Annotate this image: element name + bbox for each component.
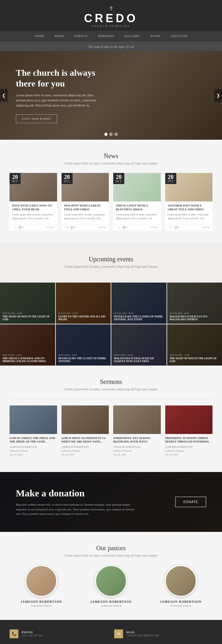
event-card[interactable]: OCT 25, 2015 10:30 MALESUADA TI ERAS LUC… [167, 283, 222, 324]
sermon-title: GOD IS MOST GLORIFIED IN US WHEN WE ARE … [62, 437, 109, 444]
event-title: THE SIGHT OF MAN IN THE LIGHT OF GOD [170, 357, 220, 363]
hero-cta-button[interactable]: VISIT OUR EVENT [16, 114, 57, 123]
pastors-title: Our pastors [10, 545, 212, 552]
hero-title: The church is always there for you [16, 67, 98, 89]
news-stats: ♡ 8 💬 0 [64, 226, 76, 229]
news-day: 20 [116, 174, 122, 180]
event-card[interactable]: OCT 25, 2015 10:30 THE SIGHT OF MAN IN T… [0, 283, 55, 324]
event-card[interactable]: NOV 9, 2015 12:30 MALESUADA TI ERAS ALIQ… [111, 324, 166, 366]
news-next-arrow[interactable]: › [215, 199, 216, 204]
event-card[interactable]: OCT 25, 2015 10:30 GLORY TO THE SAIVIOR … [56, 283, 111, 324]
sermon-date: Oct 20, 2015 [62, 453, 109, 457]
event-datetime: OCT 25, 2015 10:30 [170, 312, 220, 315]
pastor-church: Lutherson Church [10, 604, 73, 607]
news-view-link[interactable]: VIEW [98, 226, 106, 229]
sermon-image [62, 405, 109, 434]
footer-contact: 📞 PHONE (222) 345 787 654 [10, 629, 108, 638]
tagline-bar: The sight of Man in the light of God [0, 41, 222, 51]
news-month: OCT [12, 180, 18, 183]
footer-mail: ✉ MAIL CONTACT@CREDO.COM [114, 629, 212, 638]
news-stats: ♡ 3 💬 0 [12, 226, 24, 229]
pastor-avatar [95, 565, 127, 597]
sermon-date: Oct 20, 2015 [165, 453, 213, 457]
news-month: OCT [64, 180, 70, 183]
news-stats: ♡ 0 💬 0 [168, 226, 180, 229]
news-likes: ♡ 8 [64, 226, 68, 229]
sermon-church: Lutherson Church [62, 449, 109, 453]
hero-dot-3[interactable] [114, 133, 118, 136]
news-view-link[interactable]: VIEW [150, 226, 158, 229]
sermon-image [113, 405, 161, 434]
news-section: News Lorem ipsum dolor sit amet, consect… [0, 140, 222, 243]
site-header: ✝ CREDO CHURCH TEMPLATE [0, 0, 222, 31]
sermon-meta: JAMESON ROBERTSON Lutherson Church Oct 2… [113, 445, 161, 457]
events-section: Upcoming events Lorem ipsum dolor sit am… [0, 243, 222, 366]
pastor-name: JAMESON ROBERTSON [10, 600, 73, 603]
news-card-title: ANOTHER POST WITH A GREAT TITLE AND VIDE… [168, 204, 210, 211]
hero-section: ❮ The church is always there for you Lor… [0, 51, 222, 140]
news-card-text: Lorem ipsum dolor sit amet, consectetur … [64, 213, 107, 220]
nav-home[interactable]: HOME [29, 31, 49, 41]
nav-location[interactable]: LOCATION [166, 31, 193, 41]
event-card[interactable]: NOV 9, 2015 10:30 NEVER LEAVE THE CLASET… [56, 324, 111, 366]
hero-next-button[interactable]: ❯ [214, 89, 222, 102]
event-card[interactable]: OCT 25, 2015 10:30 NEVER LEAVE THE CLASS… [111, 283, 166, 324]
pastor-avatar [25, 565, 57, 597]
sermon-card: SORROWFUL YET ALWAYS REJOICING WITH JESU… [113, 405, 161, 459]
news-card: 20 OCT POST WITH A NICE SONG TO CHILL YO… [10, 173, 57, 230]
nav-events[interactable]: EVENTS [69, 31, 93, 41]
hero-prev-button[interactable]: ❮ [0, 89, 8, 102]
news-card: 20 OCT ANOTHER POST WITH A GREAT TITLE A… [165, 173, 213, 230]
event-title: NEVER LEAVE THE CLASSES OF PADRE ANTONIO… [114, 315, 164, 321]
event-datetime: OCT 25, 2015 10:30 [58, 312, 108, 315]
event-card[interactable]: NOV 9, 2015 12:30 THE GREAT CATHEDRAL AN… [0, 324, 55, 366]
logo-subtitle: CHURCH TEMPLATE [0, 25, 222, 28]
news-date-badge: 20 OCT [10, 173, 21, 184]
nav-gallery[interactable]: GALLERY [120, 31, 145, 41]
pastor-church: Lutherson Church [149, 604, 212, 607]
news-stats: ♡ 3 💬 0 [116, 226, 127, 229]
nav-sermons[interactable]: SERMONS [93, 31, 120, 41]
sermons-title: Sermons [10, 378, 212, 386]
pastor-avatar [165, 565, 197, 597]
news-grid: 20 OCT POST WITH A NICE SONG TO CHILL YO… [10, 173, 212, 230]
news-date-badge: 20 OCT [165, 173, 176, 184]
news-card: 20 OCT THIS IS A POST WITH A BEAUTIFUL I… [113, 173, 161, 230]
news-day: 20 [12, 174, 18, 180]
donate-button[interactable]: DONATE [175, 497, 206, 507]
news-card-text: Lorem ipsum dolor sit amet, consectetur … [12, 213, 55, 220]
news-date-badge: 20 OCT [113, 173, 124, 184]
pastors-header: Our pastors Lorem ipsum dolor sit amet, … [10, 545, 212, 557]
news-month: OCT [168, 180, 174, 183]
nav-news[interactable]: NEWS [49, 31, 69, 41]
footer-phone-value: (222) 345 787 654 [22, 634, 43, 637]
nav-staff[interactable]: STAFF [145, 31, 166, 41]
pastors-section: Our pastors Lorem ipsum dolor sit amet, … [0, 532, 222, 620]
sermon-card: GOD IN CHRIST, THE PRICE AND THE PRIZE O… [10, 405, 57, 459]
sermons-divider [10, 399, 212, 399]
sermon-image [165, 405, 213, 434]
pastor-card: JAMESON ROBERTSON Lutherson Church [149, 565, 212, 607]
donation-section: Make a donation Maecenas sodales rutrum … [0, 472, 222, 532]
news-card-title: NEW POST WITH A GREAT TITLE AND VIDEO [64, 204, 107, 211]
sermon-date: Oct 20, 2015 [10, 453, 57, 457]
sermon-image [10, 405, 57, 434]
news-card-title: THIS IS A POST WITH A BEAUTIFUL IMAGE [116, 204, 158, 211]
events-header: Upcoming events Lorem ipsum dolor sit am… [0, 256, 222, 275]
pastor-card: JAMESON ROBERTSON Lutherson Church [79, 565, 143, 607]
news-comments: 💬 0 [174, 226, 180, 229]
sermons-section: Sermons Lorem ipsum dolor sit amet, cons… [0, 366, 222, 472]
pastor-name: JAMESON ROBERTSON [79, 600, 143, 603]
donation-content: Make a donation Maecenas sodales rutrum … [16, 488, 136, 516]
news-card-text: Lorem ipsum dolor sit amet, consectetur … [116, 213, 158, 220]
main-nav: HOME NEWS EVENTS SERMONS GALLERY STAFF L… [0, 31, 222, 41]
events-grid: OCT 25, 2015 10:30 THE SIGHT OF MAN IN T… [0, 283, 222, 366]
news-card: 20 OCT NEW POST WITH A GREAT TITLE AND V… [62, 173, 109, 230]
sermons-subtitle: Lorem ipsum dolor sit amet, consectetur … [10, 387, 212, 391]
donation-text: Maecenas sodales rutrum felis, in auctor… [16, 502, 136, 516]
event-title: GLORY TO THE SAIVIOR AND ALL HIS MIGHT [58, 315, 108, 321]
news-view-link[interactable]: VIEW [47, 226, 55, 229]
news-view-link[interactable]: VIEW [202, 226, 210, 229]
sermon-card: GOD IS MOST GLORIFIED IN US WHEN WE ARE … [62, 405, 109, 459]
event-card[interactable]: NOV 10, 2015 12:00 THE SIGHT OF MAN IN T… [167, 324, 222, 366]
